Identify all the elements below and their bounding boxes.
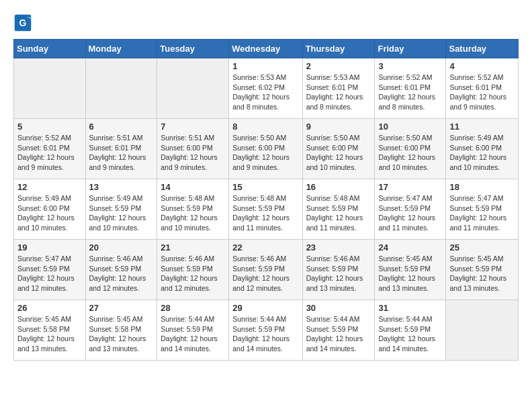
day-number: 21 xyxy=(161,242,225,253)
logo: G xyxy=(13,13,35,32)
calendar-cell: 3Sunrise: 5:52 AM Sunset: 6:01 PM Daylig… xyxy=(375,58,446,119)
day-number: 29 xyxy=(232,303,298,313)
calendar-cell: 9Sunrise: 5:50 AM Sunset: 6:00 PM Daylig… xyxy=(302,119,375,179)
day-number: 8 xyxy=(232,122,298,132)
calendar-header: SundayMondayTuesdayWednesdayThursdayFrid… xyxy=(14,40,519,58)
day-number: 31 xyxy=(378,303,442,313)
calendar-cell: 7Sunrise: 5:51 AM Sunset: 6:00 PM Daylig… xyxy=(157,119,229,179)
weekday-header-monday: Monday xyxy=(85,40,157,58)
day-number: 9 xyxy=(306,122,371,132)
weekday-header-thursday: Thursday xyxy=(302,40,375,58)
day-number: 2 xyxy=(306,61,371,71)
day-number: 4 xyxy=(449,61,515,71)
day-number: 14 xyxy=(161,182,225,192)
day-number: 13 xyxy=(89,182,154,192)
day-info: Sunrise: 5:48 AM Sunset: 5:59 PM Dayligh… xyxy=(161,193,225,233)
logo-icon: G xyxy=(13,13,32,32)
calendar-table: SundayMondayTuesdayWednesdayThursdayFrid… xyxy=(13,39,519,361)
day-number: 24 xyxy=(378,242,442,253)
day-number: 17 xyxy=(378,182,442,192)
day-number: 19 xyxy=(17,242,82,253)
calendar-cell: 1Sunrise: 5:53 AM Sunset: 6:02 PM Daylig… xyxy=(229,58,302,119)
day-info: Sunrise: 5:48 AM Sunset: 5:59 PM Dayligh… xyxy=(306,193,371,233)
weekday-header-sunday: Sunday xyxy=(14,40,86,58)
day-info: Sunrise: 5:46 AM Sunset: 5:59 PM Dayligh… xyxy=(232,254,298,293)
day-info: Sunrise: 5:49 AM Sunset: 6:00 PM Dayligh… xyxy=(17,193,82,233)
weekday-header-tuesday: Tuesday xyxy=(157,40,229,58)
calendar-cell: 14Sunrise: 5:48 AM Sunset: 5:59 PM Dayli… xyxy=(157,179,229,240)
day-number: 10 xyxy=(378,122,442,132)
day-info: Sunrise: 5:44 AM Sunset: 5:59 PM Dayligh… xyxy=(232,314,298,354)
day-info: Sunrise: 5:47 AM Sunset: 5:59 PM Dayligh… xyxy=(17,254,82,293)
calendar-cell: 29Sunrise: 5:44 AM Sunset: 5:59 PM Dayli… xyxy=(229,300,302,361)
day-info: Sunrise: 5:45 AM Sunset: 5:59 PM Dayligh… xyxy=(449,254,515,293)
weekday-header-friday: Friday xyxy=(375,40,446,58)
day-info: Sunrise: 5:53 AM Sunset: 6:02 PM Dayligh… xyxy=(232,73,298,112)
calendar-cell: 23Sunrise: 5:46 AM Sunset: 5:59 PM Dayli… xyxy=(302,240,375,300)
day-number: 16 xyxy=(306,182,371,192)
day-info: Sunrise: 5:44 AM Sunset: 5:59 PM Dayligh… xyxy=(378,314,442,354)
day-info: Sunrise: 5:51 AM Sunset: 6:00 PM Dayligh… xyxy=(161,133,225,173)
day-info: Sunrise: 5:45 AM Sunset: 5:58 PM Dayligh… xyxy=(89,314,154,354)
calendar-week-1: 1Sunrise: 5:53 AM Sunset: 6:02 PM Daylig… xyxy=(14,58,519,119)
day-number: 28 xyxy=(161,303,225,313)
day-number: 22 xyxy=(232,242,298,253)
day-info: Sunrise: 5:52 AM Sunset: 6:01 PM Dayligh… xyxy=(378,73,442,112)
calendar-cell: 31Sunrise: 5:44 AM Sunset: 5:59 PM Dayli… xyxy=(375,300,446,361)
day-number: 27 xyxy=(89,303,154,313)
calendar-cell: 5Sunrise: 5:52 AM Sunset: 6:01 PM Daylig… xyxy=(14,119,86,179)
calendar-cell: 11Sunrise: 5:49 AM Sunset: 6:00 PM Dayli… xyxy=(446,119,519,179)
day-number: 20 xyxy=(89,242,154,253)
svg-text:G: G xyxy=(19,17,27,28)
calendar-cell: 28Sunrise: 5:44 AM Sunset: 5:59 PM Dayli… xyxy=(157,300,229,361)
calendar-cell: 20Sunrise: 5:46 AM Sunset: 5:59 PM Dayli… xyxy=(85,240,157,300)
calendar-cell xyxy=(85,58,157,119)
calendar-cell: 4Sunrise: 5:52 AM Sunset: 6:01 PM Daylig… xyxy=(446,58,519,119)
day-info: Sunrise: 5:45 AM Sunset: 5:58 PM Dayligh… xyxy=(17,314,82,354)
day-info: Sunrise: 5:49 AM Sunset: 5:59 PM Dayligh… xyxy=(89,193,154,233)
calendar-cell: 13Sunrise: 5:49 AM Sunset: 5:59 PM Dayli… xyxy=(85,179,157,240)
calendar-cell: 12Sunrise: 5:49 AM Sunset: 6:00 PM Dayli… xyxy=(14,179,86,240)
calendar-cell: 10Sunrise: 5:50 AM Sunset: 6:00 PM Dayli… xyxy=(375,119,446,179)
day-info: Sunrise: 5:53 AM Sunset: 6:01 PM Dayligh… xyxy=(306,73,371,112)
calendar-cell: 2Sunrise: 5:53 AM Sunset: 6:01 PM Daylig… xyxy=(302,58,375,119)
day-number: 18 xyxy=(449,182,515,192)
calendar-cell xyxy=(14,58,86,119)
calendar-cell: 16Sunrise: 5:48 AM Sunset: 5:59 PM Dayli… xyxy=(302,179,375,240)
day-number: 30 xyxy=(306,303,371,313)
day-info: Sunrise: 5:52 AM Sunset: 6:01 PM Dayligh… xyxy=(17,133,82,173)
calendar-cell xyxy=(446,300,519,361)
day-number: 1 xyxy=(232,61,298,71)
calendar-cell: 17Sunrise: 5:47 AM Sunset: 5:59 PM Dayli… xyxy=(375,179,446,240)
day-info: Sunrise: 5:46 AM Sunset: 5:59 PM Dayligh… xyxy=(89,254,154,293)
calendar-cell: 8Sunrise: 5:50 AM Sunset: 6:00 PM Daylig… xyxy=(229,119,302,179)
calendar-cell xyxy=(157,58,229,119)
day-info: Sunrise: 5:50 AM Sunset: 6:00 PM Dayligh… xyxy=(232,133,298,173)
day-number: 26 xyxy=(17,303,82,313)
weekday-header-row: SundayMondayTuesdayWednesdayThursdayFrid… xyxy=(14,40,519,58)
weekday-header-wednesday: Wednesday xyxy=(229,40,302,58)
calendar-body: 1Sunrise: 5:53 AM Sunset: 6:02 PM Daylig… xyxy=(14,58,519,361)
day-info: Sunrise: 5:46 AM Sunset: 5:59 PM Dayligh… xyxy=(161,254,225,293)
page-header: G xyxy=(13,13,519,32)
day-info: Sunrise: 5:50 AM Sunset: 6:00 PM Dayligh… xyxy=(306,133,371,173)
calendar-cell: 6Sunrise: 5:51 AM Sunset: 6:01 PM Daylig… xyxy=(85,119,157,179)
calendar-cell: 19Sunrise: 5:47 AM Sunset: 5:59 PM Dayli… xyxy=(14,240,86,300)
day-info: Sunrise: 5:52 AM Sunset: 6:01 PM Dayligh… xyxy=(449,73,515,112)
day-info: Sunrise: 5:44 AM Sunset: 5:59 PM Dayligh… xyxy=(306,314,371,354)
calendar-week-3: 12Sunrise: 5:49 AM Sunset: 6:00 PM Dayli… xyxy=(14,179,519,240)
day-info: Sunrise: 5:45 AM Sunset: 5:59 PM Dayligh… xyxy=(378,254,442,293)
calendar-cell: 26Sunrise: 5:45 AM Sunset: 5:58 PM Dayli… xyxy=(14,300,86,361)
calendar-cell: 27Sunrise: 5:45 AM Sunset: 5:58 PM Dayli… xyxy=(85,300,157,361)
day-number: 12 xyxy=(17,182,82,192)
calendar-week-5: 26Sunrise: 5:45 AM Sunset: 5:58 PM Dayli… xyxy=(14,300,519,361)
day-info: Sunrise: 5:50 AM Sunset: 6:00 PM Dayligh… xyxy=(378,133,442,173)
calendar-week-2: 5Sunrise: 5:52 AM Sunset: 6:01 PM Daylig… xyxy=(14,119,519,179)
weekday-header-saturday: Saturday xyxy=(446,40,519,58)
day-info: Sunrise: 5:47 AM Sunset: 5:59 PM Dayligh… xyxy=(378,193,442,233)
calendar-cell: 21Sunrise: 5:46 AM Sunset: 5:59 PM Dayli… xyxy=(157,240,229,300)
day-info: Sunrise: 5:47 AM Sunset: 5:59 PM Dayligh… xyxy=(449,193,515,233)
day-number: 6 xyxy=(89,122,154,132)
calendar-cell: 24Sunrise: 5:45 AM Sunset: 5:59 PM Dayli… xyxy=(375,240,446,300)
day-info: Sunrise: 5:46 AM Sunset: 5:59 PM Dayligh… xyxy=(306,254,371,293)
